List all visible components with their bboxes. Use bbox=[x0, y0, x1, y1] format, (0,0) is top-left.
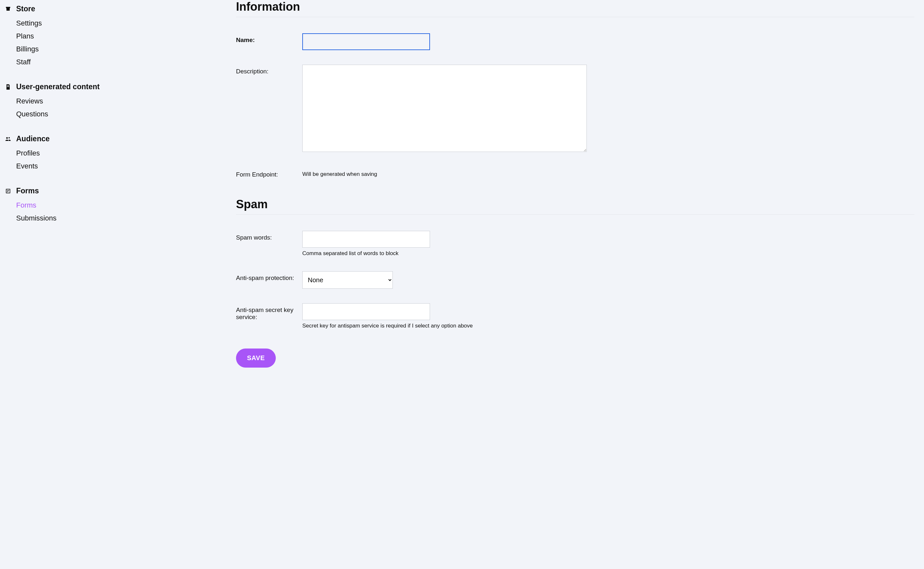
sidebar-group-store: Store Settings Plans Billings Staff bbox=[5, 5, 162, 66]
sidebar-item-forms[interactable]: Forms bbox=[16, 201, 162, 210]
label-spam-secret: Anti-spam secret key service: bbox=[236, 303, 302, 321]
sidebar-item-staff[interactable]: Staff bbox=[16, 58, 162, 66]
sidebar-group-forms: Forms Forms Submissions bbox=[5, 187, 162, 222]
sidebar-items-forms: Forms Submissions bbox=[5, 201, 162, 222]
sidebar-items-ugc: Reviews Questions bbox=[5, 97, 162, 118]
sidebar-group-title: Forms bbox=[16, 187, 39, 195]
label-spam-words: Spam words: bbox=[236, 231, 302, 241]
name-input[interactable] bbox=[302, 33, 430, 50]
sidebar-items-store: Settings Plans Billings Staff bbox=[5, 19, 162, 66]
sidebar-group-title: Audience bbox=[16, 134, 50, 143]
spam-words-input[interactable] bbox=[302, 231, 430, 248]
people-icon bbox=[5, 136, 12, 142]
section-information: Information Name: Description: Form Endp… bbox=[236, 0, 914, 178]
sidebar: Store Settings Plans Billings Staff User… bbox=[0, 0, 168, 569]
sidebar-group-title: Store bbox=[16, 5, 35, 13]
forms-icon bbox=[5, 188, 12, 194]
section-heading-information: Information bbox=[236, 0, 914, 17]
sidebar-item-submissions[interactable]: Submissions bbox=[16, 214, 162, 222]
section-spam: Spam Spam words: Comma separated list of… bbox=[236, 198, 914, 329]
store-icon bbox=[5, 6, 12, 12]
sidebar-group-title: User-generated content bbox=[16, 82, 100, 91]
document-icon bbox=[5, 84, 12, 90]
help-spam-words: Comma separated list of words to block bbox=[302, 250, 587, 257]
description-textarea[interactable] bbox=[302, 65, 587, 152]
spam-secret-input[interactable] bbox=[302, 303, 430, 320]
sidebar-items-audience: Profiles Events bbox=[5, 149, 162, 170]
sidebar-item-reviews[interactable]: Reviews bbox=[16, 97, 162, 105]
save-button[interactable]: SAVE bbox=[236, 348, 276, 368]
sidebar-item-events[interactable]: Events bbox=[16, 162, 162, 170]
endpoint-text: Will be generated when saving bbox=[302, 168, 587, 178]
sidebar-item-questions[interactable]: Questions bbox=[16, 110, 162, 118]
sidebar-item-plans[interactable]: Plans bbox=[16, 32, 162, 40]
sidebar-item-settings[interactable]: Settings bbox=[16, 19, 162, 27]
label-name: Name: bbox=[236, 33, 302, 44]
sidebar-group-audience: Audience Profiles Events bbox=[5, 134, 162, 170]
sidebar-item-billings[interactable]: Billings bbox=[16, 45, 162, 53]
sidebar-item-profiles[interactable]: Profiles bbox=[16, 149, 162, 157]
label-spam-protection: Anti-spam protection: bbox=[236, 271, 302, 281]
sidebar-header-audience[interactable]: Audience bbox=[5, 134, 162, 143]
field-spam-words: Spam words: Comma separated list of word… bbox=[236, 231, 914, 257]
spam-protection-select[interactable]: None bbox=[302, 271, 393, 289]
field-spam-protection: Anti-spam protection: None bbox=[236, 271, 914, 289]
field-description: Description: bbox=[236, 65, 914, 153]
sidebar-header-ugc[interactable]: User-generated content bbox=[5, 82, 162, 91]
section-heading-spam: Spam bbox=[236, 198, 914, 215]
label-description: Description: bbox=[236, 65, 302, 75]
field-name: Name: bbox=[236, 33, 914, 50]
label-endpoint: Form Endpoint: bbox=[236, 168, 302, 178]
field-endpoint: Form Endpoint: Will be generated when sa… bbox=[236, 168, 914, 178]
field-spam-secret: Anti-spam secret key service: Secret key… bbox=[236, 303, 914, 329]
sidebar-header-forms[interactable]: Forms bbox=[5, 187, 162, 195]
help-spam-secret: Secret key for antispam service is requi… bbox=[302, 323, 587, 329]
sidebar-header-store[interactable]: Store bbox=[5, 5, 162, 13]
sidebar-group-ugc: User-generated content Reviews Questions bbox=[5, 82, 162, 118]
main-content: Information Name: Description: Form Endp… bbox=[168, 0, 924, 569]
